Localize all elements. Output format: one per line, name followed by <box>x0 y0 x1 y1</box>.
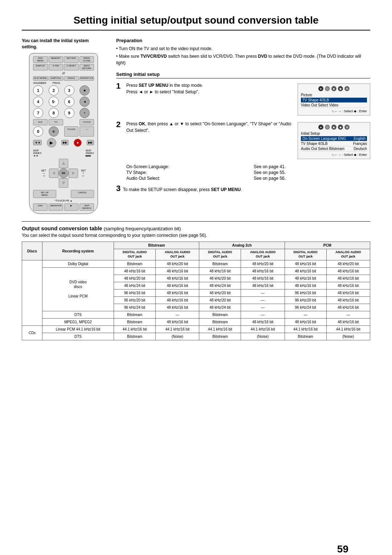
dd-bs-dig: Bitstream <box>114 260 156 267</box>
dpad-center-ok: OK <box>58 168 69 178</box>
menu2-row-initial: Initial Setup <box>301 131 367 136</box>
sub-digital-1: DIGITAL AUDIOOUT jack <box>114 249 156 260</box>
output-table-desc: You can select the output sound format c… <box>22 233 370 238</box>
set-left-label: SET—◁ <box>41 169 46 177</box>
lpcm-48-16: 48 kHz/16 bit <box>114 267 156 275</box>
table-row-dolby: Dolby Digital Bitstream 48 kHz/20 bit Bi… <box>22 260 370 267</box>
disc-dvd-label <box>22 260 42 325</box>
angle-btn: ANGLE <box>64 76 79 80</box>
table-row-cd-lpcm: CDs Linear PCM 44.1 kHz/16 bit 44.1 kHz/… <box>22 325 370 333</box>
dd-a2-dig: Bitstream <box>199 260 241 267</box>
lpcm-48-16-j: 48 kHz/16 bit <box>156 289 199 296</box>
lpcm-48-24-b: 48 kHz/24 bit <box>199 282 241 289</box>
memory-btn: MEMORY <box>49 56 64 63</box>
cd-lpcm-pcm-ana: 44.1 kHz/16 bit <box>326 325 370 333</box>
lpcm-48-16-6: 48 kHz/16 bit <box>326 267 370 275</box>
lpcm-48-16-g: 48 kHz/16 bit <box>241 282 285 289</box>
cd-lpcm-pcm-dig: 44.1 kHz/16 bit <box>285 325 326 333</box>
recording-dolby: Dolby Digital <box>42 260 114 267</box>
dts-a2-dig: Bitstream <box>199 311 241 318</box>
step-2-content: Press OK, then press ▲ or ▼ to select "O… <box>126 121 294 134</box>
cd-dts-a2-ana: (Noise) <box>241 333 285 340</box>
lpcm-48-16-b: 48 kHz/16 bit <box>156 275 199 282</box>
cd-lpcm-a2-dig: 44.1 kHz/16 bit <box>199 325 241 333</box>
cd-dts-pcm-dig: Bitstream <box>285 333 326 340</box>
tv-vcr2-btn: TV/VCR <box>64 126 79 137</box>
tv-vcr-pr-label: *TV/VCR PR ▲ <box>33 199 94 202</box>
dd-pcm-ana: 48 kHz/20 bit <box>326 260 370 267</box>
lpcm-48-24-c: 48 kHz/24 bit <box>199 304 241 311</box>
num-3-btn: 3 <box>64 85 74 96</box>
play-r-btn: ▶ <box>64 203 79 211</box>
dd-bs-ana: 48 kHz/20 bit <box>156 260 199 267</box>
play-mode-btn: PLAY MODE <box>33 76 48 80</box>
lpcm-96-20: 96 kHz/20 bit <box>114 296 156 304</box>
lpcm-96-20-b: 96 kHz/20 bit <box>285 296 326 304</box>
lpcm-48-16-n: 48 kHz/16 bit <box>156 304 199 311</box>
sub-digital-3: DIGITAL AUDIOOUT jack <box>285 249 326 260</box>
page-title: Setting initial setup/output sound conve… <box>22 15 370 31</box>
step-1: 1 Press SET UP MENU in the stop mode. Pr… <box>116 82 370 116</box>
lpcm-48-16-l: 48 kHz/16 bit <box>156 296 199 304</box>
lpcm-48-16-h: 48 kHz/16 bit <box>285 282 326 289</box>
info-label-1: On-Screen Language: <box>126 164 243 169</box>
table-row-dvd-lpcm-label: DVD videodiscsLinear PCM 48 kHz/16 bit 4… <box>22 267 370 275</box>
cd-lpcm-bs-dig: 44.1 kHz/16 bit <box>114 325 156 333</box>
lpcm-48-16-i: 48 kHz/16 bit <box>326 282 370 289</box>
number-label: ②NUMBER PROG. <box>33 82 94 85</box>
menu1-nav-hint: ↑↓←→ : Select ◆ : Enter <box>301 109 367 113</box>
lpcm-48-20-c: 48 kHz/20 bit <box>199 289 241 296</box>
lpcm-48-16-f: 48 kHz/16 bit <box>156 282 199 289</box>
menu-display-2: ● ○ ■ ◆ ⊕ Initial Setup On-Screen Langua… <box>298 122 370 159</box>
lpcm-96-24-b: 96 kHz/24 bit <box>285 304 326 311</box>
step-3-number: 3 <box>116 184 121 193</box>
lpcm-48-16-2: 48 kHz/16 bit <box>156 267 199 275</box>
fwd-btn: ▶▶ <box>61 140 69 145</box>
output-table-heading: Output sound conversion table (sampling … <box>22 225 370 231</box>
lpcm-96-24: 96 kHz/24 bit <box>114 304 156 311</box>
plus-btn: + <box>79 108 90 118</box>
dts-bs-ana: — <box>156 311 199 318</box>
setup-heading: Setting initial setup <box>116 72 370 78</box>
lpcm-48-20-b: 48 kHz/20 bit <box>199 275 241 282</box>
prev-btn: ◄ <box>79 97 90 107</box>
info-value-3: See on page 56. <box>254 176 370 181</box>
step-2: 2 Press OK, then press ▲ or ▼ to select … <box>116 121 370 159</box>
lpcm-96-16: 96 kHz/16 bit <box>114 289 156 296</box>
dpad-left: ◁ <box>49 169 58 178</box>
dts-bs-dig: Bitstream <box>114 311 156 318</box>
preparation-heading: Preparation <box>116 38 370 43</box>
lpcm-48-16-k: 48 kHz/16 bit <box>326 289 370 296</box>
setup-section: Setting initial setup 1 Press SET UP MEN… <box>116 72 370 193</box>
lpcm-dash-3: — <box>241 304 285 311</box>
menu-display-1: ● ○ ■ ◆ ⊕ Picture TV Shape 4/3LB <box>298 84 370 116</box>
cancel-btn: CANCEL <box>71 190 94 198</box>
menu1-row-video: Video Out Select Video <box>301 103 367 108</box>
minus-btn: — <box>79 126 94 137</box>
monitor-btn: ∧MONITOR <box>49 203 63 211</box>
cd-lpcm-a2-ana: 44.1 kHz/16 bit <box>241 325 285 333</box>
num-9-btn: 9 <box>64 108 74 118</box>
slow-btn: ▶▶ <box>87 140 94 145</box>
col-analog: Analog 2ch <box>199 242 285 249</box>
tape-indicator: /// <box>33 72 94 75</box>
lpcm-48-16-d: 48 kHz/16 bit <box>285 275 326 282</box>
set-right-label: SET+▷ <box>81 169 86 177</box>
menu2-row-audio: Audio Out Select BitstreamDeutsch <box>301 146 367 151</box>
page-number: 59 <box>337 543 348 555</box>
col-recording: Recording system <box>42 242 114 260</box>
setup-menu-btn: SET UPMENU <box>33 190 56 198</box>
menu2-nav-hint: ↑↓←→ : Select ◆ : Enter <box>301 153 367 157</box>
cd-dts-bs-ana: (Noise) <box>156 333 199 340</box>
skip-search-btn: SKIP SEARCH <box>79 203 94 211</box>
mpeg-bs-dig: Bitstream <box>114 318 156 325</box>
open-close-btn: OPEN/CLOSE <box>79 56 94 63</box>
info-table: On-Screen Language: See on page 41. TV S… <box>126 164 370 181</box>
dpad: △ ◁ OK ▷ ▽ <box>49 159 78 188</box>
cd-lpcm-bs-ana: 44.1 kHz/16 bit <box>156 325 199 333</box>
lpcm-48-16-o: 48 kHz/16 bit <box>326 304 370 311</box>
mpeg-pcm-ana: 48 kHz/16 bit <box>326 318 370 325</box>
tv-btn: *TV <box>49 119 63 125</box>
prep-bullet2: • Make sure TV/VCR/DVD switch has been s… <box>116 53 370 66</box>
dpad-up: △ <box>59 159 68 168</box>
